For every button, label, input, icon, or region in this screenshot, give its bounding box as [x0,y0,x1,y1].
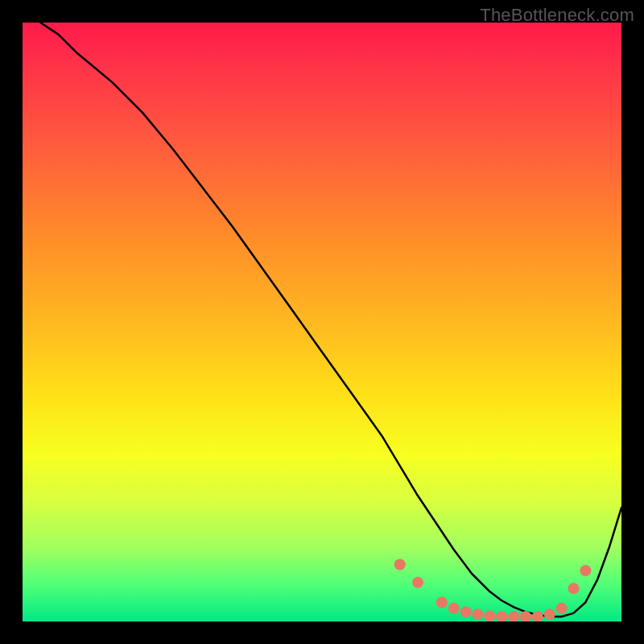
chart-frame: TheBottleneck.com [0,0,644,644]
watermark-text: TheBottleneck.com [480,5,634,26]
marker-point [472,609,483,620]
marker-point [544,609,555,620]
marker-point [508,611,519,621]
marker-point [460,606,472,617]
marker-point [448,603,460,614]
marker-point [496,611,507,621]
marker-point [568,583,580,594]
marker-point [436,597,448,608]
plot-area [23,23,621,621]
marker-point [532,611,543,621]
marker-point [412,577,423,588]
chart-svg [23,23,621,621]
marker-point [484,610,495,621]
marker-group [394,559,592,621]
curve-line [40,23,621,617]
marker-point [556,603,568,614]
marker-point [394,559,406,570]
marker-point [580,565,591,576]
